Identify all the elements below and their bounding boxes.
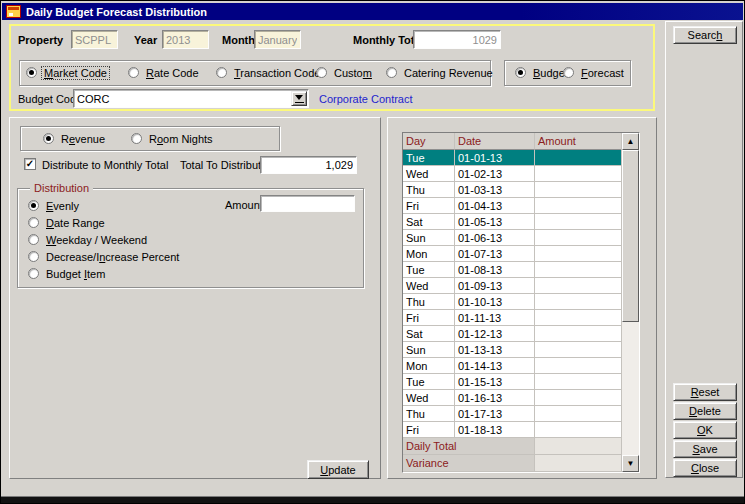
table-row[interactable]: Thu01-10-13 xyxy=(403,294,639,310)
table-cell: Fri xyxy=(403,310,455,326)
radio-custom-label: Custom xyxy=(332,67,374,79)
table-row[interactable]: Wed01-16-13 xyxy=(403,390,639,406)
table-cell: 01-12-13 xyxy=(455,326,535,342)
table-row[interactable]: Sun01-06-13 xyxy=(403,230,639,246)
scrollbar-thumb[interactable] xyxy=(622,150,639,322)
table-row[interactable]: Tue01-15-13 xyxy=(403,374,639,390)
table-cell: Tue xyxy=(403,374,455,390)
radio-icon xyxy=(128,67,139,78)
amount-field[interactable] xyxy=(260,195,355,212)
daily-table-panel: DayDateAmount Tue01-01-13Wed01-02-13Thu0… xyxy=(387,117,657,479)
table-cell xyxy=(535,182,623,198)
table-cell: Mon xyxy=(403,358,455,374)
radio-revenue[interactable]: Revenue xyxy=(43,132,107,145)
table-row[interactable]: Thu01-17-13 xyxy=(403,406,639,422)
amount-label: Amount xyxy=(225,199,263,211)
distribution-panel: RevenueRoom Nights ✓ Distribute to Month… xyxy=(9,117,381,479)
table-cell: Thu xyxy=(403,182,455,198)
table-cell: Amount xyxy=(535,133,623,150)
property-field[interactable] xyxy=(71,30,118,49)
table-row[interactable]: Wed01-09-13 xyxy=(403,278,639,294)
table-row[interactable]: Tue01-01-13 xyxy=(403,150,639,166)
radio-custom[interactable]: Custom xyxy=(316,66,374,79)
scroll-up-button[interactable]: ▲ xyxy=(622,133,639,150)
window-bottom-border xyxy=(1,496,744,503)
table-row[interactable]: Sat01-05-13 xyxy=(403,214,639,230)
table-cell: 01-10-13 xyxy=(455,294,535,310)
table-row[interactable]: Mon01-14-13 xyxy=(403,358,639,374)
table-cell: Day xyxy=(403,133,455,150)
table-cell xyxy=(535,358,623,374)
table-cell: Fri xyxy=(403,198,455,214)
table-row[interactable]: Sat01-12-13 xyxy=(403,326,639,342)
radio-icon xyxy=(28,217,39,228)
table-cell xyxy=(535,342,623,358)
table-cell: 01-04-13 xyxy=(455,198,535,214)
table-cell xyxy=(535,374,623,390)
table-cell: 01-08-13 xyxy=(455,262,535,278)
table-cell: Sun xyxy=(403,342,455,358)
radio-market-code[interactable]: Market Code xyxy=(26,66,109,79)
total-to-distribute-label: Total To Distribute xyxy=(180,159,267,171)
daily-amount-table: DayDateAmount Tue01-01-13Wed01-02-13Thu0… xyxy=(402,132,640,473)
window-title: Daily Budget Forecast Distribution xyxy=(26,6,207,18)
radio-weekday-weekend[interactable]: Weekday / Weekend xyxy=(18,231,363,248)
save-button[interactable]: Save xyxy=(673,440,737,458)
table-row[interactable]: Tue01-08-13 xyxy=(403,262,639,278)
table-row[interactable]: Fri01-18-13 xyxy=(403,422,639,438)
budget-code-combo[interactable] xyxy=(73,89,309,108)
radio-budget-item[interactable]: Budget Item xyxy=(18,265,363,282)
radio-decrease-increase-percent[interactable]: Decrease/Increase Percent xyxy=(18,248,363,265)
table-scrollbar[interactable]: ▲ ▼ xyxy=(621,133,639,472)
table-cell xyxy=(535,230,623,246)
search-button[interactable]: Search xyxy=(673,26,737,44)
distribute-checkbox[interactable]: ✓ xyxy=(24,158,36,170)
table-cell: Thu xyxy=(403,294,455,310)
table-row[interactable]: Thu01-03-13 xyxy=(403,182,639,198)
table-row[interactable]: Wed01-02-13 xyxy=(403,166,639,182)
close-button[interactable]: Close xyxy=(673,459,737,477)
total-to-distribute-field[interactable] xyxy=(260,156,357,174)
radio-room-nights[interactable]: Room Nights xyxy=(131,132,215,145)
budget-code-input[interactable] xyxy=(73,89,309,108)
radio-catering-revenue[interactable]: Catering Revenue xyxy=(386,66,495,79)
radio-rate-code[interactable]: Rate Code xyxy=(128,66,201,79)
monthly-total-field[interactable] xyxy=(413,30,501,49)
radio-label: Budget Item xyxy=(44,268,107,280)
update-button[interactable]: Update xyxy=(307,460,369,479)
year-field[interactable] xyxy=(162,30,209,49)
table-cell: 01-15-13 xyxy=(455,374,535,390)
reset-button[interactable]: Reset xyxy=(673,383,737,401)
radio-transaction-code-label: Transaction Code xyxy=(232,67,322,79)
table-cell: Wed xyxy=(403,278,455,294)
radio-transaction-code[interactable]: Transaction Code xyxy=(216,66,322,79)
scroll-up-icon: ▲ xyxy=(627,137,635,146)
radio-date-range[interactable]: Date Range xyxy=(18,214,363,231)
radio-rate-code-label: Rate Code xyxy=(144,67,201,79)
table-summary-row: Daily Total xyxy=(403,438,639,455)
radio-budget[interactable]: Budget xyxy=(515,66,570,79)
titlebar[interactable]: Daily Budget Forecast Distribution xyxy=(2,3,743,20)
delete-button[interactable]: Delete xyxy=(673,402,737,420)
scroll-down-button[interactable]: ▼ xyxy=(622,455,639,472)
table-cell: Wed xyxy=(403,166,455,182)
table-row[interactable]: Fri01-04-13 xyxy=(403,198,639,214)
table-cell: Mon xyxy=(403,246,455,262)
table-row[interactable]: Mon01-07-13 xyxy=(403,246,639,262)
radio-icon xyxy=(131,133,142,144)
ok-button[interactable]: OK xyxy=(673,421,737,439)
month-field[interactable] xyxy=(254,30,301,49)
budget-code-description: Corporate Contract xyxy=(319,93,413,105)
table-row[interactable]: Sun01-13-13 xyxy=(403,342,639,358)
table-summary-row: Variance xyxy=(403,455,639,472)
table-cell xyxy=(535,422,623,438)
table-cell: Sat xyxy=(403,214,455,230)
radio-forecast[interactable]: Forecast xyxy=(563,66,626,79)
radio-icon xyxy=(26,67,37,78)
table-cell xyxy=(535,406,623,422)
budget-code-dropdown-button[interactable] xyxy=(291,91,307,106)
table-row[interactable]: Fri01-11-13 xyxy=(403,310,639,326)
radio-label: Evenly xyxy=(44,200,81,212)
table-cell: Tue xyxy=(403,262,455,278)
budget-forecast-radio-group: BudgetForecast xyxy=(504,60,631,86)
